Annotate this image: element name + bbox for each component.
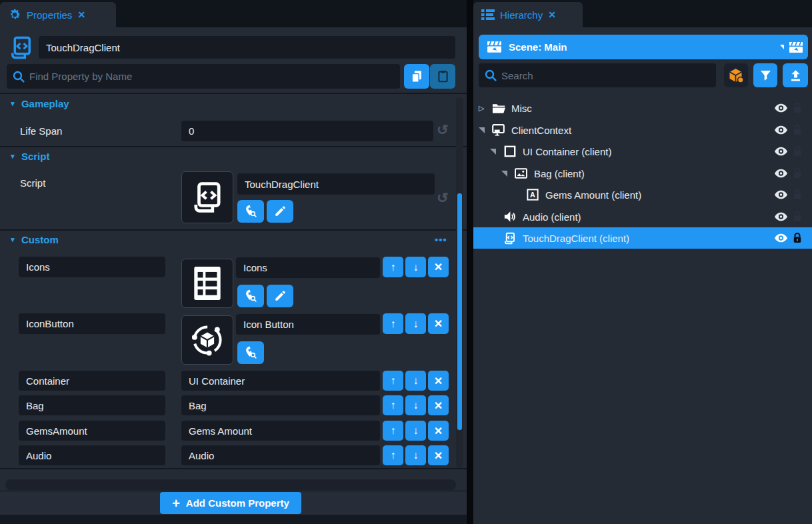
custom-section-menu-icon[interactable]: •••	[435, 234, 447, 245]
section-custom-header[interactable]: ▼ Custom	[9, 234, 59, 245]
lock-icon[interactable]	[793, 189, 802, 203]
hierarchy-search-input[interactable]	[497, 70, 711, 81]
delete-property-button[interactable]: ✕	[428, 257, 449, 277]
life-span-input[interactable]	[181, 121, 433, 141]
custom-prop-value-input[interactable]	[236, 314, 380, 335]
custom-prop-name-input[interactable]	[19, 421, 165, 441]
custom-prop-value-input[interactable]	[181, 445, 380, 465]
tab-hierarchy[interactable]: Hierarchy ✕	[473, 2, 583, 27]
gear-icon	[8, 8, 21, 21]
pin-search-icon	[243, 204, 258, 219]
move-down-button[interactable]: ↓	[405, 421, 426, 441]
tab-properties[interactable]: Properties ✕	[0, 2, 116, 27]
visibility-eye-icon[interactable]	[775, 147, 787, 159]
visibility-eye-icon[interactable]	[775, 103, 787, 115]
section-script-header[interactable]: ▼ Script	[9, 151, 49, 162]
scene-manager-button[interactable]	[784, 35, 808, 59]
tree-row-bag[interactable]: Bag (client)	[473, 163, 812, 184]
visibility-eye-icon[interactable]	[775, 212, 787, 224]
object-name-input[interactable]	[39, 36, 455, 59]
move-up-button[interactable]: ↑	[383, 421, 403, 441]
panel-splitter[interactable]	[467, 0, 473, 524]
move-up-button[interactable]: ↑	[383, 395, 403, 415]
scene-selector-dropdown[interactable]: Scene: Main	[479, 35, 796, 59]
custom-prop-name-input[interactable]	[19, 313, 165, 334]
move-down-button[interactable]: ↓	[405, 257, 426, 277]
delete-property-button[interactable]: ✕	[428, 313, 449, 334]
tree-row-gems-amount[interactable]: A Gems Amount (client)	[473, 184, 812, 205]
custom-prop-name-input[interactable]	[19, 445, 165, 465]
expand-expanded-icon[interactable]	[490, 149, 496, 155]
lock-icon[interactable]	[793, 167, 802, 182]
custom-prop-name-input[interactable]	[19, 395, 165, 415]
property-search-input[interactable]	[25, 71, 395, 82]
delete-property-button[interactable]: ✕	[428, 445, 449, 465]
find-in-catalog-button[interactable]	[237, 285, 264, 307]
custom-prop-value-input[interactable]	[181, 371, 380, 391]
move-up-button[interactable]: ↑	[383, 257, 403, 277]
copy-properties-button[interactable]	[404, 64, 429, 89]
expand-expanded-icon[interactable]	[501, 171, 507, 177]
delete-property-button[interactable]: ✕	[428, 371, 449, 391]
move-down-button[interactable]: ↓	[405, 371, 426, 391]
script-asset-thumbnail[interactable]	[181, 171, 233, 223]
expand-expanded-icon[interactable]	[479, 127, 485, 133]
close-icon[interactable]: ✕	[77, 9, 85, 20]
move-down-button[interactable]: ↓	[405, 445, 426, 465]
delete-property-button[interactable]: ✕	[428, 395, 449, 415]
tree-row-audio[interactable]: Audio (client)	[473, 206, 812, 227]
filter-button[interactable]	[753, 63, 777, 87]
move-down-button[interactable]: ↓	[405, 313, 426, 334]
show-assets-button[interactable]	[724, 63, 748, 87]
delete-property-button[interactable]: ✕	[428, 421, 449, 441]
edit-asset-button[interactable]	[267, 285, 293, 307]
reset-icon[interactable]: ↺	[437, 122, 449, 138]
tree-item-label: Misc	[511, 103, 532, 114]
template-cube-icon	[189, 322, 225, 358]
visibility-eye-icon[interactable]	[775, 125, 787, 137]
tree-row-misc[interactable]: ▷ Misc	[473, 97, 812, 119]
asset-thumbnail[interactable]	[181, 259, 233, 308]
tree-row-touchdragclient[interactable]: TouchDragClient (client)	[473, 227, 812, 249]
visibility-eye-icon[interactable]	[775, 190, 787, 202]
section-gameplay-header[interactable]: ▼ Gameplay	[9, 98, 69, 109]
expand-collapsed-icon[interactable]: ▷	[479, 104, 484, 113]
move-down-button[interactable]: ↓	[405, 395, 426, 415]
move-up-button[interactable]: ↑	[383, 445, 403, 465]
pencil-icon	[273, 289, 287, 303]
close-icon[interactable]: ✕	[548, 9, 556, 20]
visibility-eye-icon[interactable]	[775, 233, 787, 245]
tree-row-clientcontext[interactable]: ClientContext	[473, 119, 812, 141]
section-custom-title: Custom	[21, 234, 59, 245]
find-in-catalog-button[interactable]	[237, 341, 264, 364]
custom-prop-value-input[interactable]	[236, 257, 380, 278]
lock-icon[interactable]	[793, 145, 802, 160]
find-in-catalog-button[interactable]	[237, 200, 264, 223]
scrollbar-thumb[interactable]	[457, 193, 462, 430]
hierarchy-tree: ▷ Misc ClientContext	[473, 97, 812, 497]
custom-prop-name-input[interactable]	[19, 371, 165, 391]
pin-search-icon	[243, 345, 258, 360]
lock-icon[interactable]	[793, 124, 802, 139]
lock-icon[interactable]	[793, 232, 802, 247]
custom-prop-name-input[interactable]	[19, 257, 165, 277]
tree-row-ui-container[interactable]: UI Container (client)	[473, 141, 812, 162]
visibility-eye-icon[interactable]	[775, 169, 787, 181]
move-up-button[interactable]: ↑	[383, 313, 403, 334]
script-value-input[interactable]	[237, 173, 435, 195]
custom-prop-value-input[interactable]	[181, 421, 380, 441]
custom-prop-value-input[interactable]	[181, 395, 380, 415]
move-up-button[interactable]: ↑	[383, 371, 403, 391]
lock-icon[interactable]	[793, 102, 802, 117]
hierarchy-icon	[481, 9, 495, 21]
add-custom-property-button[interactable]: + Add Custom Property	[160, 492, 301, 514]
edit-script-button[interactable]	[267, 200, 293, 223]
paste-properties-button[interactable]	[430, 64, 455, 89]
upload-button[interactable]	[783, 63, 808, 87]
asset-thumbnail[interactable]	[181, 315, 233, 365]
ui-container-icon	[503, 145, 517, 159]
reset-icon[interactable]: ↺	[437, 190, 449, 206]
script-icon	[191, 181, 224, 214]
scene-icon	[487, 41, 502, 53]
lock-icon[interactable]	[793, 211, 802, 225]
